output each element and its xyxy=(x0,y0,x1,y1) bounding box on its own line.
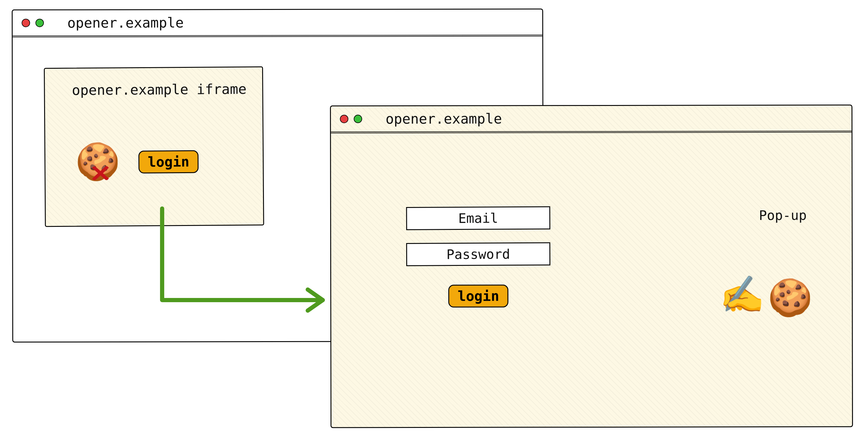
flow-arrow-icon xyxy=(0,0,868,442)
diagram-stage: opener.example opener.example iframe 🍪 ✕… xyxy=(0,0,868,442)
